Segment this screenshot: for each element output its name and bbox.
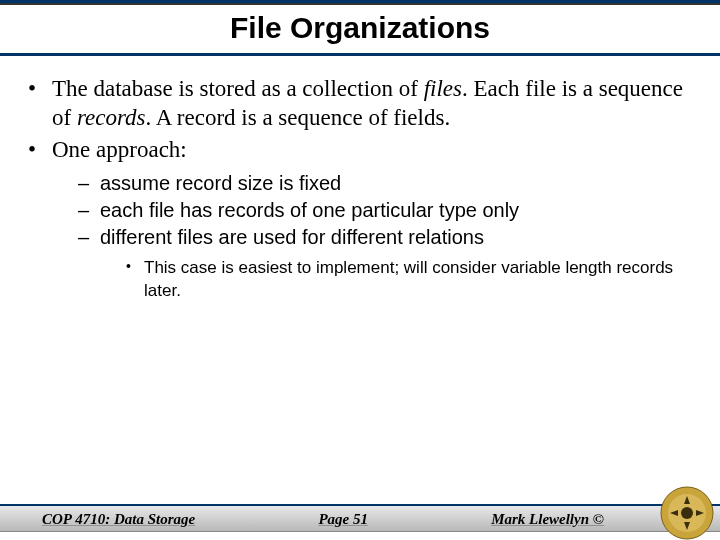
bullet-list-level1: The database is stored as a collection o… <box>20 74 700 303</box>
bullet-1: The database is stored as a collection o… <box>20 74 700 133</box>
bullet-2: One approach: assume record size is fixe… <box>20 135 700 303</box>
footer-left: COP 4710: Data Storage <box>42 511 195 528</box>
bullet-list-level3: This case is easiest to implement; will … <box>100 257 700 303</box>
slide-content: The database is stored as a collection o… <box>0 56 720 303</box>
bullet-2-text: One approach: <box>52 137 187 162</box>
bullet-1-files: files <box>424 76 462 101</box>
bullet-1-records: records <box>77 105 146 130</box>
footer-right: Mark Llewellyn © <box>491 511 604 528</box>
sub-bullet-2: each file has records of one particular … <box>78 197 700 224</box>
slide-footer: COP 4710: Data Storage Page 51 Mark Llew… <box>0 498 720 540</box>
sub-bullet-3: different files are used for different r… <box>78 224 700 303</box>
bullet-list-level2: assume record size is fixed each file ha… <box>52 170 700 303</box>
bullet-1-text-pre: The database is stored as a collection o… <box>52 76 424 101</box>
sub-bullet-1: assume record size is fixed <box>78 170 700 197</box>
bullet-1-text-post: . A record is a sequence of fields. <box>145 105 450 130</box>
footer-texts: COP 4710: Data Storage Page 51 Mark Llew… <box>0 511 646 528</box>
slide-title: File Organizations <box>0 11 720 56</box>
svg-point-2 <box>681 507 693 519</box>
top-accent-bar <box>0 0 720 5</box>
footer-center: Page 51 <box>318 511 368 528</box>
sub-bullet-3-text: different files are used for different r… <box>100 226 484 248</box>
subsub-bullet-1: This case is easiest to implement; will … <box>126 257 700 303</box>
seal-icon <box>660 486 714 540</box>
